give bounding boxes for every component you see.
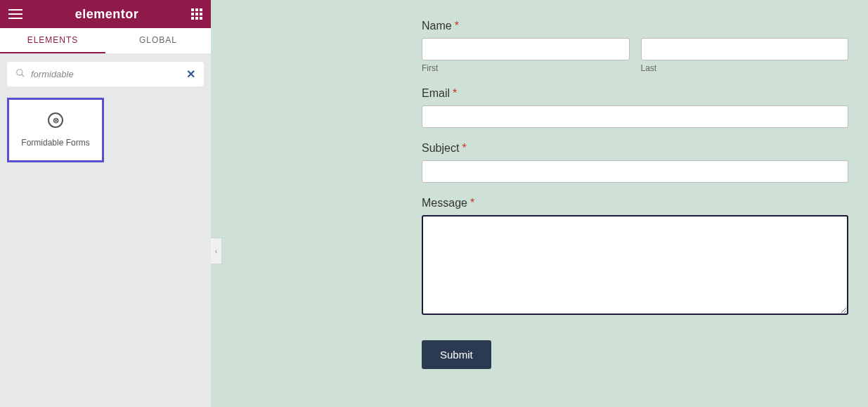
widget-search-box: ✕ [7, 62, 204, 86]
elementor-sidebar: elementor ELEMENTS GLOBAL ✕ ⊜ [0, 0, 211, 407]
last-name-input[interactable] [641, 38, 849, 60]
formidable-icon: ⊜ [48, 112, 63, 128]
submit-button[interactable]: Submit [422, 340, 491, 369]
first-sublabel: First [422, 63, 630, 73]
name-label: Name* [422, 20, 848, 32]
message-label: Message* [422, 197, 848, 209]
email-label: Email* [422, 87, 848, 100]
sidebar-collapse-handle[interactable]: ‹ [211, 238, 222, 264]
widget-formidable-forms[interactable]: ⊜ Formidable Forms [7, 98, 104, 162]
tab-global[interactable]: GLOBAL [105, 28, 211, 53]
email-input[interactable] [422, 105, 848, 128]
editor-canvas[interactable]: Name* First Last Email* [211, 0, 868, 407]
svg-line-1 [22, 74, 25, 77]
message-textarea[interactable] [422, 215, 848, 315]
sidebar-tabs: ELEMENTS GLOBAL [0, 28, 211, 53]
subject-input[interactable] [422, 160, 848, 183]
brand-logo: elementor [75, 7, 139, 22]
subject-label: Subject* [422, 142, 848, 155]
apps-grid-icon[interactable] [191, 8, 202, 20]
search-input[interactable] [31, 69, 186, 79]
sidebar-header: elementor [0, 0, 211, 28]
contact-form: Name* First Last Email* [422, 20, 848, 369]
svg-point-0 [17, 69, 22, 75]
tab-elements[interactable]: ELEMENTS [0, 28, 105, 53]
search-icon [15, 68, 25, 81]
first-name-input[interactable] [422, 38, 630, 60]
hamburger-menu-icon[interactable] [8, 9, 22, 19]
clear-search-icon[interactable]: ✕ [186, 67, 195, 81]
last-sublabel: Last [641, 63, 849, 73]
widget-label: Formidable Forms [21, 138, 89, 148]
chevron-left-icon: ‹ [215, 247, 217, 255]
